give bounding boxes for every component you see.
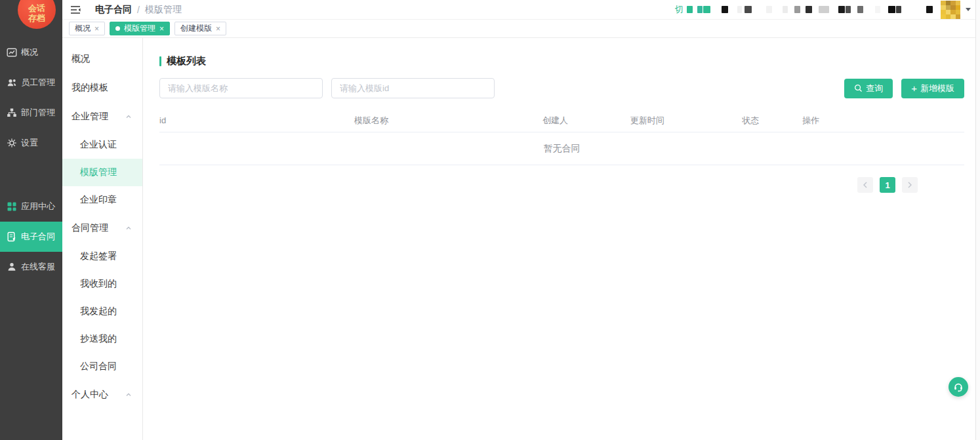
secondary-sidebar: 概况 我的模板 企业管理 企业认证 模版管理 企业	[62, 38, 143, 440]
menu-label: 发起签署	[80, 250, 117, 262]
sidebar-item-app-center[interactable]: 应用中心	[0, 191, 62, 222]
chevron-down-icon[interactable]	[966, 8, 971, 11]
sidebar-item-enterprise-certification[interactable]: 企业认证	[62, 131, 142, 159]
scrollbar[interactable]	[975, 0, 980, 440]
close-icon[interactable]: ×	[94, 25, 99, 33]
gear-icon	[7, 138, 17, 148]
tab-create-template[interactable]: 创建模版 ×	[174, 22, 226, 35]
sidebar-item-initiate-signing[interactable]: 发起签署	[62, 243, 142, 270]
primary-nav: 概况 员工管理 部门管理 设置	[0, 0, 62, 282]
sidebar-item-label: 概况	[21, 47, 38, 58]
topbar: 电子合同 / 模版管理 切	[62, 0, 980, 20]
tab-label: 概况	[75, 23, 91, 34]
sidebar-group-enterprise-management[interactable]: 企业管理	[62, 102, 142, 131]
menu-label: 我收到的	[80, 278, 117, 290]
column-header-creator: 创建人	[542, 115, 630, 127]
app-window: 会话 存档 概况 员工管理 部门管理	[0, 0, 980, 440]
right-column: 电子合同 / 模版管理 切 概况 × 模版管理 × 创建	[62, 0, 980, 440]
chevron-up-icon	[125, 113, 132, 120]
logo-text-line2: 存档	[28, 13, 45, 23]
customer-service-icon	[7, 262, 17, 272]
sidebar-item-e-contract[interactable]: 电子合同	[0, 222, 62, 252]
pagination: 1	[159, 177, 964, 193]
template-id-input[interactable]	[331, 78, 495, 98]
tab-template-management[interactable]: 模版管理 ×	[110, 22, 170, 35]
query-button[interactable]: 查询	[844, 79, 893, 98]
button-group: 查询 + 新增模版	[844, 79, 964, 98]
sidebar-item-enterprise-seal[interactable]: 企业印章	[62, 186, 142, 214]
sidebar-item-online-service[interactable]: 在线客服	[0, 252, 62, 282]
pagination-page-1[interactable]: 1	[880, 177, 895, 193]
contract-icon	[7, 231, 17, 242]
page-title: 模板列表	[159, 55, 964, 68]
breadcrumb: 电子合同 / 模版管理	[95, 4, 182, 16]
sidebar-item-label: 设置	[21, 137, 38, 149]
sidebar-item-overview2[interactable]: 概况	[62, 45, 142, 73]
sidebar-item-initiated[interactable]: 我发起的	[62, 298, 142, 325]
sidebar-item-my-templates[interactable]: 我的模板	[62, 73, 142, 102]
add-template-button-label: 新增模版	[920, 83, 954, 94]
collapse-menu-icon[interactable]	[70, 5, 81, 14]
customer-service-fab[interactable]	[949, 377, 968, 397]
menu-label: 企业管理	[71, 111, 108, 123]
pagination-next-button[interactable]	[902, 177, 918, 193]
logo-text-line1: 会话	[28, 3, 45, 13]
menu-label: 个人中心	[71, 389, 108, 401]
add-template-button[interactable]: + 新增模版	[901, 79, 964, 98]
people-icon	[7, 77, 17, 88]
sidebar-item-label: 在线客服	[21, 261, 55, 273]
table-empty-state: 暂无合同	[159, 132, 964, 165]
plus-icon: +	[911, 83, 917, 93]
template-table: id 模版名称 创建人 更新时间 状态 操作 暂无合同	[159, 115, 964, 165]
breadcrumb-separator: /	[137, 5, 140, 15]
close-icon[interactable]: ×	[216, 25, 220, 33]
chevron-up-icon	[125, 391, 132, 398]
column-header-update-time: 更新时间	[630, 115, 743, 127]
body-row: 概况 我的模板 企业管理 企业认证 模版管理 企业	[62, 38, 980, 440]
chevron-up-icon	[125, 225, 132, 231]
menu-label: 合同管理	[71, 222, 108, 234]
active-tab-dot	[115, 26, 120, 31]
tab-label: 模版管理	[124, 23, 155, 34]
column-header-status: 状态	[742, 115, 802, 127]
sidebar-item-label: 电子合同	[21, 231, 55, 243]
column-header-id: id	[159, 115, 354, 125]
query-button-label: 查询	[866, 83, 883, 94]
column-header-actions: 操作	[802, 115, 964, 127]
close-icon[interactable]: ×	[159, 25, 164, 33]
breadcrumb-root[interactable]: 电子合同	[95, 4, 132, 16]
avatar[interactable]	[941, 1, 960, 19]
menu-label: 企业认证	[80, 139, 117, 151]
sidebar-item-template-management[interactable]: 模版管理	[62, 159, 142, 186]
menu-label: 概况	[71, 53, 90, 65]
primary-sidebar: 会话 存档 概况 员工管理 部门管理	[0, 0, 62, 440]
sidebar-group-contract-management[interactable]: 合同管理	[62, 214, 142, 243]
table-header-row: id 模版名称 创建人 更新时间 状态 操作	[159, 115, 964, 132]
menu-label: 模版管理	[80, 167, 117, 178]
tabbar: 概况 × 模版管理 × 创建模版 ×	[62, 20, 980, 38]
sidebar-item-departments[interactable]: 部门管理	[0, 98, 62, 128]
search-icon	[854, 84, 863, 92]
sidebar-item-company-contracts[interactable]: 公司合同	[62, 353, 142, 380]
topbar-right: 切	[675, 0, 971, 19]
sidebar-item-label: 员工管理	[21, 77, 55, 89]
headset-icon	[952, 381, 964, 393]
switch-enterprise-text[interactable]: 切	[675, 4, 684, 16]
chart-icon	[7, 47, 17, 58]
app-grid-icon	[7, 201, 17, 212]
sidebar-item-received[interactable]: 我收到的	[62, 270, 142, 298]
redacted-blocks	[684, 6, 933, 13]
sidebar-item-cc-me[interactable]: 抄送我的	[62, 325, 142, 353]
sidebar-item-employees[interactable]: 员工管理	[0, 68, 62, 98]
sidebar-item-overview[interactable]: 概况	[0, 37, 62, 68]
column-header-template-name: 模版名称	[354, 115, 542, 127]
pagination-prev-button[interactable]	[857, 177, 873, 193]
page-title-text: 模板列表	[167, 55, 206, 68]
menu-label: 我的模板	[71, 82, 108, 94]
breadcrumb-current: 模版管理	[145, 4, 182, 16]
tab-overview[interactable]: 概况 ×	[69, 22, 105, 35]
template-name-input[interactable]	[159, 78, 323, 98]
tab-label: 创建模版	[180, 23, 212, 34]
sidebar-item-settings[interactable]: 设置	[0, 128, 62, 158]
sidebar-group-personal-center[interactable]: 个人中心	[62, 380, 142, 409]
